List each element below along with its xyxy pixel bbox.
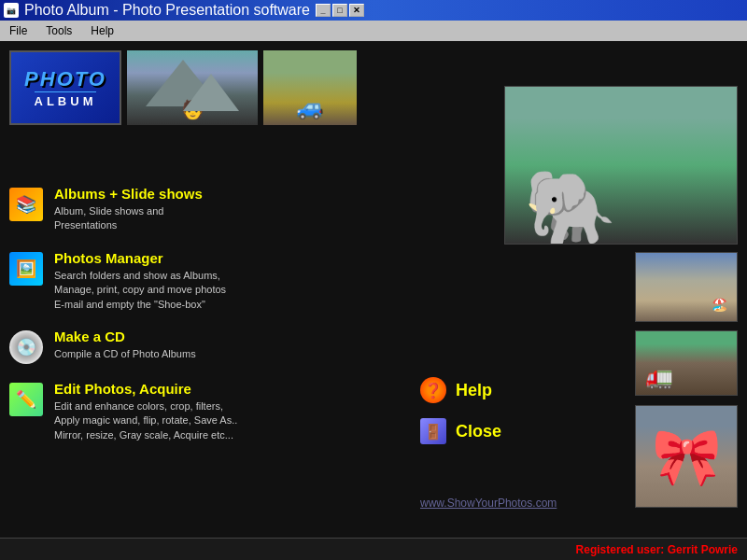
cd-title[interactable]: Make a CD [54, 329, 402, 344]
cd-section: 💿 Make a CD Compile a CD of Photo Albums [9, 329, 402, 364]
jeep-icon: 🚙 [296, 94, 324, 120]
photos-title[interactable]: Photos Manager [54, 250, 402, 266]
website-link[interactable]: www.ShowYourPhotos.com [420, 497, 557, 510]
beach-people-icon: 🏖️ [712, 297, 727, 312]
titlebar-text: Photo Album - Photo Presentation softwar… [24, 2, 310, 19]
photo-beach: 🏖️ [635, 252, 738, 322]
menu-file[interactable]: File [4, 22, 33, 39]
albums-icon: 📚 [9, 188, 43, 221]
close-label: Close [456, 422, 501, 441]
edit-section: ✏️ Edit Photos, Acquire Edit and enhance… [9, 381, 402, 442]
app-icon: 📷 [4, 3, 19, 18]
minimize-button[interactable]: _ [316, 4, 331, 17]
cd-icon: 💿 [9, 330, 43, 364]
help-label: Help [456, 381, 492, 400]
main-content: PHOTO ALBUM 🧑 🚙 🏖️ 🚛 🎀 📚 Albums + Slide … [0, 41, 747, 538]
help-button[interactable]: ❓ Help [420, 377, 501, 403]
photo-mountain: 🧑 [127, 50, 258, 125]
logo-album-text: ALBUM [35, 91, 97, 108]
photos-icon: 🖼️ [9, 252, 43, 286]
cd-content: Make a CD Compile a CD of Photo Albums [54, 329, 402, 361]
maximize-button[interactable]: □ [332, 4, 347, 17]
action-buttons: ❓ Help 🚪 Close [420, 377, 501, 444]
photo-elephant [504, 86, 738, 245]
app-subtitle: Photo Presentation software [122, 2, 310, 18]
title-separator: - [113, 2, 122, 18]
photos-content: Photos Manager Search folders and show a… [54, 250, 402, 312]
photos-desc: Search folders and show as Albums, Manag… [54, 269, 402, 312]
window-controls: _ □ ✕ [316, 4, 364, 17]
help-icon: ❓ [420, 377, 446, 403]
feature-menu: 📚 Albums + Slide shows Album, Slide show… [9, 186, 402, 459]
app-name: Photo Album [24, 2, 109, 18]
titlebar: 📷 Photo Album - Photo Presentation softw… [0, 0, 747, 21]
photo-jeep: 🚙 [263, 50, 357, 125]
photo-truck: 🚛 [635, 330, 738, 396]
albums-title[interactable]: Albums + Slide shows [54, 186, 402, 202]
albums-content: Albums + Slide shows Album, Slide shows … [54, 186, 402, 233]
albums-desc: Album, Slide shows and Presentations [54, 204, 402, 233]
photos-section: 🖼️ Photos Manager Search folders and sho… [9, 250, 402, 312]
close-icon: 🚪 [420, 418, 446, 444]
statusbar: Registered user: Gerrit Powrie [0, 538, 747, 560]
registered-user-text: Registered user: Gerrit Powrie [576, 543, 738, 556]
edit-desc: Edit and enhance colors, crop, filters, … [54, 399, 402, 442]
edit-icon: ✏️ [9, 383, 43, 416]
cd-desc: Compile a CD of Photo Albums [54, 347, 402, 361]
close-button-main[interactable]: 🚪 Close [420, 418, 501, 444]
menu-help[interactable]: Help [85, 22, 120, 39]
edit-title[interactable]: Edit Photos, Acquire [54, 381, 402, 397]
mountain-person-icon: 🧑 [181, 98, 204, 120]
truck-icon: 🚛 [645, 364, 673, 390]
photo-minnie: 🎀 [635, 405, 738, 508]
edit-content: Edit Photos, Acquire Edit and enhance co… [54, 381, 402, 442]
menu-tools[interactable]: Tools [40, 22, 78, 39]
close-button[interactable]: ✕ [349, 4, 364, 17]
app-logo: PHOTO ALBUM [9, 50, 121, 125]
menubar: File Tools Help [0, 21, 747, 41]
logo-photo-text: PHOTO [24, 67, 106, 91]
albums-section: 📚 Albums + Slide shows Album, Slide show… [9, 186, 402, 233]
